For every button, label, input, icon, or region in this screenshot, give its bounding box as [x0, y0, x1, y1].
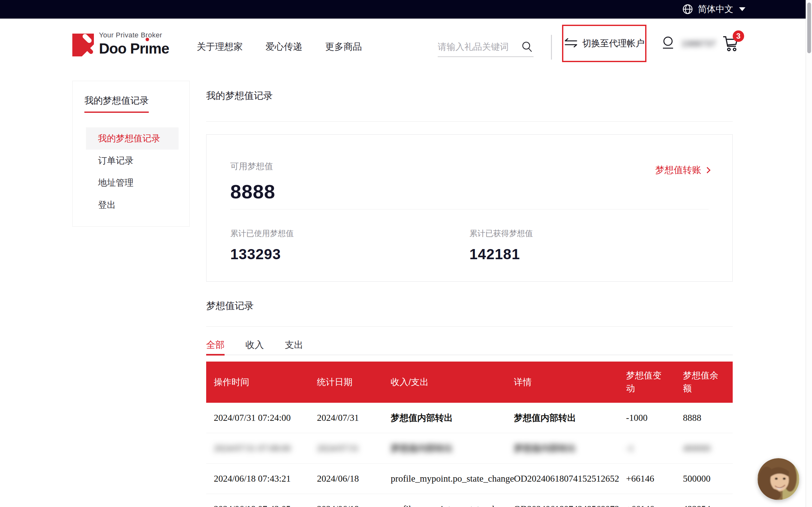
cell-r0-c5: 8888 — [675, 412, 733, 423]
records-section-title: 梦想值记录 — [206, 299, 733, 313]
records-tabs: 全部收入支出 — [206, 336, 733, 355]
cell-r3-c4: +66146 — [618, 504, 675, 507]
cell-r1-c5: 400000 — [675, 443, 733, 453]
user-account[interactable]: 1988737 — [659, 34, 716, 53]
search-input[interactable] — [438, 42, 514, 52]
nav-item-2[interactable]: 更多商品 — [325, 41, 362, 53]
column-header-3: 详情 — [506, 376, 618, 389]
language-label: 简体中文 — [698, 3, 733, 15]
table-row-3: 2024/06/18 07:43:052024/06/18profile_myp… — [206, 494, 733, 507]
sidebar-title-underline — [84, 112, 149, 113]
account-sidebar: 我的梦想值记录 我的梦想值记录订单记录地址管理登出 — [72, 81, 190, 227]
user-icon — [659, 34, 677, 53]
logo-mark-icon — [72, 34, 94, 56]
sidebar-item-3[interactable]: 登出 — [72, 194, 189, 216]
sidebar-item-2[interactable]: 地址管理 — [72, 172, 189, 194]
used-dream-value: 133293 — [230, 245, 469, 263]
site-header: Your Private Broker Doo Prıme 关于理想家爱心传递更… — [0, 19, 812, 74]
records-table: 操作时间统计日期收入/支出详情梦想值变动梦想值余额 2024/07/31 07:… — [206, 361, 733, 507]
cell-r1-c3: 梦想值内部转出 — [506, 442, 618, 454]
sidebar-menu: 我的梦想值记录订单记录地址管理登出 — [72, 127, 189, 216]
cell-r1-c2: 梦想值内部转出 — [383, 442, 506, 454]
cell-r2-c4: +66146 — [618, 473, 675, 484]
top-bar: 简体中文 — [0, 0, 812, 19]
available-dream-value: 8888 — [230, 180, 709, 203]
cart-count-badge: 3 — [733, 31, 744, 42]
cell-r2-c5: 500000 — [675, 473, 733, 484]
page: 简体中文 Your Private Broker Doo Prıme 关于理想家… — [0, 0, 812, 507]
doo-prime-logo[interactable]: Your Private Broker Doo Prıme — [72, 32, 169, 56]
cell-r3-c5: 433854 — [675, 504, 733, 507]
table-header-row: 操作时间统计日期收入/支出详情梦想值变动梦想值余额 — [206, 361, 733, 403]
cell-r3-c0: 2024/06/18 07:43:05 — [206, 504, 309, 507]
nav-item-0[interactable]: 关于理想家 — [197, 41, 243, 53]
search-box — [438, 38, 534, 57]
tab-1[interactable]: 收入 — [246, 335, 264, 355]
cell-r0-c0: 2024/07/31 07:24:00 — [206, 412, 309, 423]
cell-r1-c0: 2024/07/31 07:08:00 — [206, 443, 309, 453]
earned-dream-value-label: 累计已获得梦想值 — [469, 228, 709, 239]
search-icon[interactable] — [521, 41, 534, 53]
cell-r2-c2: profile_mypoint.po_state_change — [383, 473, 506, 484]
column-header-0: 操作时间 — [206, 376, 309, 389]
scrollbar-track[interactable] — [806, 0, 812, 507]
sidebar-item-0[interactable]: 我的梦想值记录 — [86, 127, 179, 150]
column-header-4: 梦想值变动 — [618, 369, 675, 395]
nav-item-1[interactable]: 爱心传递 — [265, 41, 302, 53]
cell-r2-c0: 2024/06/18 07:43:21 — [206, 473, 309, 484]
cell-r2-c1: 2024/06/18 — [309, 473, 383, 484]
cell-r3-c1: 2024/06/18 — [309, 504, 383, 507]
tab-2[interactable]: 支出 — [285, 335, 303, 355]
logo-brand: Doo Prıme — [99, 41, 169, 56]
used-dream-value-stat: 累计已使用梦想值 133293 — [230, 228, 469, 263]
cell-r0-c4: -1000 — [618, 412, 675, 423]
cell-r1-c1: 2024/07/31 — [309, 443, 383, 453]
main-nav: 关于理想家爱心传递更多商品 — [197, 19, 362, 74]
sidebar-title: 我的梦想值记录 — [84, 95, 149, 107]
chevron-right-icon — [704, 167, 711, 173]
scrollbar-thumb[interactable] — [807, 3, 811, 53]
cell-r0-c2: 梦想值内部转出 — [383, 412, 506, 424]
cell-r3-c2: profile_mypoint.po_state_change — [383, 504, 506, 507]
switch-to-agent-account-button[interactable]: 切换至代理帐户 — [562, 25, 647, 62]
column-header-5: 梦想值余额 — [675, 369, 733, 395]
switch-account-label: 切换至代理帐户 — [582, 38, 645, 49]
main-content: 我的梦想值记录 可用梦想值 8888 梦想值转账 累计已使用梦想值 133293… — [206, 89, 733, 507]
logo-tagline: Your Private Broker — [99, 32, 169, 39]
dream-value-summary-card: 可用梦想值 8888 梦想值转账 累计已使用梦想值 133293 累计已获得梦想… — [206, 134, 733, 282]
cell-r3-c3: OD20240618074248568073 — [506, 504, 618, 507]
language-selector[interactable]: 简体中文 — [682, 3, 745, 15]
cell-r0-c3: 梦想值内部转出 — [506, 412, 618, 424]
column-header-1: 统计日期 — [309, 376, 383, 389]
avatar[interactable] — [757, 458, 799, 500]
divider — [206, 121, 733, 122]
divider — [206, 326, 733, 327]
header-divider — [551, 35, 552, 60]
table-row-2: 2024/06/18 07:43:212024/06/18profile_myp… — [206, 464, 733, 494]
available-dream-value-label: 可用梦想值 — [230, 161, 709, 172]
swap-arrows-icon — [564, 38, 578, 49]
username-blurred: 1988737 — [681, 39, 716, 49]
globe-icon — [682, 3, 693, 15]
cell-r2-c3: OD20240618074152512652 — [506, 473, 618, 484]
sidebar-item-1[interactable]: 订单记录 — [72, 150, 189, 172]
cart-button[interactable]: 3 — [719, 32, 742, 55]
cell-r0-c1: 2024/07/31 — [309, 412, 383, 423]
table-row-1: 2024/07/31 07:08:002024/07/31梦想值内部转出梦想值内… — [206, 433, 733, 464]
column-header-2: 收入/支出 — [383, 376, 506, 389]
table-row-0: 2024/07/31 07:24:002024/07/31梦想值内部转出梦想值内… — [206, 403, 733, 433]
cell-r1-c4: -1 — [618, 443, 675, 453]
table-body: 2024/07/31 07:24:002024/07/31梦想值内部转出梦想值内… — [206, 403, 733, 507]
earned-dream-value: 142181 — [469, 245, 709, 263]
dream-value-transfer-link[interactable]: 梦想值转账 — [655, 164, 710, 176]
tab-0[interactable]: 全部 — [206, 335, 224, 355]
chevron-down-icon — [739, 7, 745, 11]
card-divider — [230, 209, 709, 210]
page-title: 我的梦想值记录 — [206, 89, 733, 102]
used-dream-value-label: 累计已使用梦想值 — [230, 228, 469, 239]
earned-dream-value-stat: 累计已获得梦想值 142181 — [469, 228, 709, 263]
